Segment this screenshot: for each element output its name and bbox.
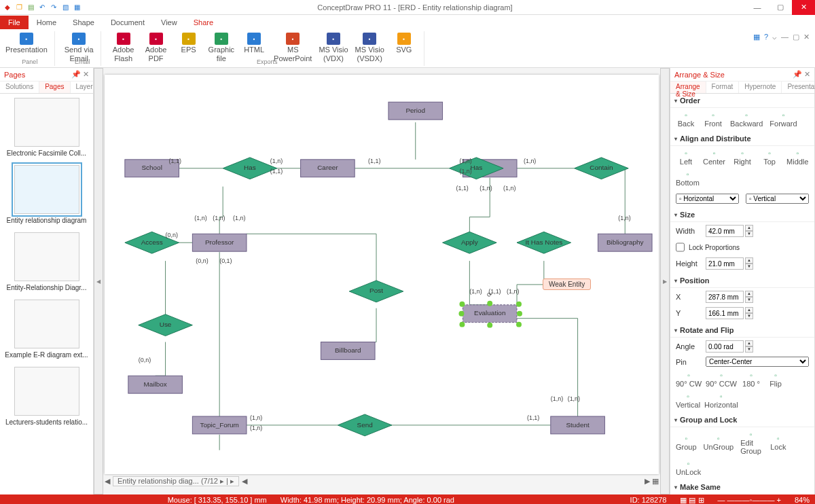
menu-document[interactable]: Document [103,16,153,29]
menu-shape[interactable]: Shape [65,16,103,29]
group-lock[interactable]: ▫Lock [768,434,789,451]
page-thumb[interactable]: Lecturers-students relatio... [0,363,93,430]
pages-tab-solutions[interactable]: Solutions [0,82,39,93]
svg-text:(1,n): (1,n) [213,215,225,221]
align-top[interactable]: ▫Top [759,149,780,166]
menu-home[interactable]: Home [29,16,65,29]
page-thumb[interactable]: Electronic Facsimile Coll... [0,94,93,161]
help-icon[interactable]: ? [764,33,768,41]
align-bottom[interactable]: ▫Bottom [676,170,700,187]
lock-proportions[interactable]: Lock Proportions [676,241,740,253]
ribbon-close-icon[interactable]: ✕ [803,33,810,41]
svg-text:It Has Notes: It Has Notes [525,238,562,246]
status-view-icons[interactable]: ▦ ▤ ⊞ [680,496,704,505]
align-middle[interactable]: ▫Middle [786,149,808,166]
tab-prev-icon[interactable]: ◀ [105,477,110,486]
section-group-and-lock[interactable]: Group and Lock [670,413,814,427]
zoom-slider[interactable]: — ———◦——— + [718,496,781,504]
align-horizontal[interactable]: ▫ Horizontal [676,194,739,204]
page-thumb[interactable]: Entity-Relationship Diagr... [0,228,93,295]
ribbon-max-icon[interactable]: ▢ [793,33,799,41]
preview-icon[interactable]: ▦ [72,3,82,12]
page-thumb[interactable]: Example E-R diagram ext... [0,295,93,363]
section-size[interactable]: Size [670,208,814,222]
rotate-pin[interactable]: Center-Center [706,357,809,367]
menu-view[interactable]: View [153,16,185,29]
menu-file[interactable]: File [0,16,29,29]
open-icon[interactable]: ▤ [26,3,35,12]
order-backward[interactable]: ▫Backward [730,111,763,128]
rotate--[interactable]: ▫180 ° [741,371,761,388]
arrange-panel: Arrange & Size 📌 ✕ Arrange & SizeFormatH… [670,68,815,494]
sheet-tab[interactable]: Entity relationship diag... (7/12 ▸ | ▸ [113,476,239,486]
svg-text:(1,n): (1,n) [459,158,471,164]
order-front[interactable]: ▫Front [703,111,723,128]
align-vertical[interactable]: ▫ Vertical [746,194,809,204]
arrange-tab-format[interactable]: Format [706,82,740,93]
rotate-flip[interactable]: ▫Flip [765,371,786,388]
order-forward[interactable]: ▫Forward [769,111,797,128]
svg-text:School: School [141,164,162,171]
grid-icon[interactable]: ▦ [753,33,760,41]
maximize-button[interactable]: ▢ [769,0,792,15]
rotate-angle[interactable] [706,340,744,353]
scroll-left-arrow[interactable]: ◀ [94,68,103,494]
section-align-and-distribute[interactable]: Align and Distribute [670,132,814,146]
drawing-canvas[interactable]: PeriodSchoolCareerMatterProfessorBibliog… [105,75,659,474]
align-left[interactable]: ▫Left [676,149,696,166]
ribbon-eps[interactable]: ▪EPS [176,31,202,66]
align-center[interactable]: ▫Center [703,149,725,166]
pos-y[interactable] [706,307,744,319]
group-edit-group[interactable]: ▫EditGroup [740,430,761,455]
pages-panel-buttons[interactable]: 📌 ✕ [71,70,89,79]
section-order[interactable]: Order [670,94,814,108]
pos-x[interactable] [706,291,744,303]
svg-text:(0,n): (0,n) [139,357,151,363]
tab-scroll-icon[interactable]: ◀ [242,477,247,486]
arrange-panel-buttons[interactable]: 📌 ✕ [793,70,810,79]
menu-share[interactable]: Share [185,16,221,29]
section-position[interactable]: Position [670,274,814,288]
group-unlock[interactable]: ▫UnLock [676,459,701,476]
group-group[interactable]: ▫Group [676,434,697,451]
ribbon-ms-powerpoint[interactable]: ▪MSPowerPoint [274,31,312,66]
new-icon[interactable]: ❐ [14,3,24,12]
arrange-tab-hypernote[interactable]: Hypernote [739,82,782,93]
tab-scroll-end-icon[interactable]: ▶ ▦ [645,477,659,486]
ribbon-ms-visio-vdx-[interactable]: ▪MS Visio(VDX) [319,31,348,66]
ribbon-graphic-file[interactable]: ▪Graphicfile [209,31,235,66]
rotate-vertical[interactable]: ▫Vertical [676,392,700,409]
svg-point-7 [459,302,465,307]
arrange-tab-presentation[interactable]: Presentation [782,82,815,93]
ribbon-adobe-pdf[interactable]: ▪AdobePDF [143,31,169,66]
svg-text:Mailbox: Mailbox [144,380,167,388]
section-rotate-and-flip[interactable]: Rotate and Flip [670,323,814,338]
ribbon-opts-icon[interactable]: ⌵ [772,33,777,41]
svg-text:(1,n): (1,n) [618,215,630,221]
page-thumb[interactable]: Entity relationship diagram [0,161,93,228]
close-button[interactable]: ✕ [792,0,815,15]
align-right[interactable]: ▫Right [732,149,753,166]
rotate--cw[interactable]: ▫90° CW [676,371,702,388]
order-back[interactable]: ▫Back [676,111,696,128]
section-make-same[interactable]: Make Same [670,480,814,490]
pages-tab-pages[interactable]: Pages [39,82,70,93]
save-icon[interactable]: ▧ [60,3,70,12]
scroll-right-arrow[interactable]: ▶ [660,68,670,494]
ribbon-ms-visio-vsdx-[interactable]: ▪MS Visio(VSDX) [355,31,384,66]
minimize-button[interactable]: — [746,0,769,15]
undo-icon[interactable]: ↶ [37,3,47,12]
ribbon-adobe-flash[interactable]: ▪AdobeFlash [111,31,137,66]
svg-text:Student: Student [566,421,589,429]
group-ungroup[interactable]: ▫UnGroup [704,434,734,451]
arrange-tab-arrange-size[interactable]: Arrange & Size [670,82,706,93]
ribbon-min-icon[interactable]: — [781,33,789,41]
rotate-horizontal[interactable]: ▫Horizontal [704,392,738,409]
ribbon-svg[interactable]: ▪SVG [391,31,417,66]
size-height[interactable] [706,257,744,270]
redo-icon[interactable]: ↷ [49,3,58,12]
pages-tab-layers[interactable]: Layers [71,82,94,93]
svg-text:Topic_Forum: Topic_Forum [200,421,238,429]
rotate--ccw[interactable]: ▫90° CCW [706,371,737,388]
size-width[interactable] [706,225,744,237]
